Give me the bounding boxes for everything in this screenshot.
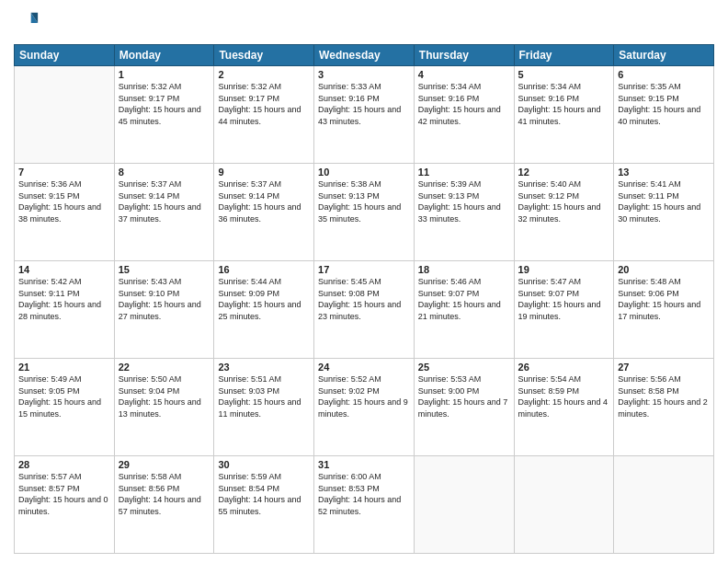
calendar-cell: 20Sunrise: 5:48 AMSunset: 9:06 PMDayligh… [614,261,714,359]
dow-header: Wednesday [314,45,415,66]
calendar-table: SundayMondayTuesdayWednesdayThursdayFrid… [14,44,714,554]
calendar-cell: 24Sunrise: 5:52 AMSunset: 9:02 PMDayligh… [314,359,415,456]
calendar-cell: 3Sunrise: 5:33 AMSunset: 9:16 PMDaylight… [314,66,415,164]
calendar-cell: 14Sunrise: 5:42 AMSunset: 9:11 PMDayligh… [15,261,115,359]
cell-content: Sunrise: 5:50 AMSunset: 9:04 PMDaylight:… [119,373,210,419]
calendar-week-row: 1Sunrise: 5:32 AMSunset: 9:17 PMDaylight… [15,66,714,164]
cell-content: Sunrise: 5:56 AMSunset: 8:58 PMDaylight:… [618,373,710,419]
cell-content: Sunrise: 5:44 AMSunset: 9:09 PMDaylight:… [218,276,310,322]
cell-content: Sunrise: 5:54 AMSunset: 8:59 PMDaylight:… [518,373,610,419]
day-number: 3 [318,69,410,80]
calendar-cell: 16Sunrise: 5:44 AMSunset: 9:09 PMDayligh… [214,261,314,359]
calendar-cell: 5Sunrise: 5:34 AMSunset: 9:16 PMDaylight… [514,66,614,164]
day-number: 10 [318,167,410,178]
cell-content: Sunrise: 5:37 AMSunset: 9:14 PMDaylight:… [119,178,210,224]
cell-content: Sunrise: 5:32 AMSunset: 9:17 PMDaylight:… [218,81,310,127]
dow-header: Saturday [614,45,714,66]
calendar-cell: 9Sunrise: 5:37 AMSunset: 9:14 PMDaylight… [214,164,314,261]
day-number: 1 [119,69,210,80]
day-number: 18 [418,264,510,275]
logo-icon [14,9,40,35]
day-number: 5 [518,69,610,80]
cell-content: Sunrise: 5:59 AMSunset: 8:54 PMDaylight:… [218,471,310,517]
calendar-cell: 2Sunrise: 5:32 AMSunset: 9:17 PMDaylight… [214,66,314,164]
day-number: 24 [318,362,410,373]
calendar-cell: 31Sunrise: 6:00 AMSunset: 8:53 PMDayligh… [314,456,415,554]
logo [14,9,41,37]
calendar-cell: 15Sunrise: 5:43 AMSunset: 9:10 PMDayligh… [114,261,214,359]
cell-content: Sunrise: 5:45 AMSunset: 9:08 PMDaylight:… [318,276,410,322]
cell-content: Sunrise: 5:34 AMSunset: 9:16 PMDaylight:… [418,81,510,127]
dow-header: Sunday [15,45,115,66]
day-number: 20 [618,264,710,275]
day-number: 2 [218,69,310,80]
calendar-cell: 1Sunrise: 5:32 AMSunset: 9:17 PMDaylight… [114,66,214,164]
cell-content: Sunrise: 5:53 AMSunset: 9:00 PMDaylight:… [418,373,510,419]
day-number: 27 [618,362,710,373]
calendar-cell: 19Sunrise: 5:47 AMSunset: 9:07 PMDayligh… [514,261,614,359]
cell-content: Sunrise: 5:39 AMSunset: 9:13 PMDaylight:… [418,178,510,224]
calendar-cell: 27Sunrise: 5:56 AMSunset: 8:58 PMDayligh… [614,359,714,456]
calendar-cell: 30Sunrise: 5:59 AMSunset: 8:54 PMDayligh… [214,456,314,554]
day-number: 7 [18,167,110,178]
calendar-cell: 6Sunrise: 5:35 AMSunset: 9:15 PMDaylight… [614,66,714,164]
cell-content: Sunrise: 5:37 AMSunset: 9:14 PMDaylight:… [218,178,310,224]
calendar-cell: 4Sunrise: 5:34 AMSunset: 9:16 PMDaylight… [414,66,514,164]
calendar-body: 1Sunrise: 5:32 AMSunset: 9:17 PMDaylight… [15,66,714,554]
calendar-cell: 12Sunrise: 5:40 AMSunset: 9:12 PMDayligh… [514,164,614,261]
cell-content: Sunrise: 5:46 AMSunset: 9:07 PMDaylight:… [418,276,510,322]
cell-content: Sunrise: 5:32 AMSunset: 9:17 PMDaylight:… [119,81,210,127]
calendar-cell: 11Sunrise: 5:39 AMSunset: 9:13 PMDayligh… [414,164,514,261]
cell-content: Sunrise: 5:52 AMSunset: 9:02 PMDaylight:… [318,373,410,419]
calendar-cell: 29Sunrise: 5:58 AMSunset: 8:56 PMDayligh… [114,456,214,554]
day-number: 19 [518,264,610,275]
calendar-cell: 10Sunrise: 5:38 AMSunset: 9:13 PMDayligh… [314,164,415,261]
calendar-cell: 18Sunrise: 5:46 AMSunset: 9:07 PMDayligh… [414,261,514,359]
calendar-cell [514,456,614,554]
cell-content: Sunrise: 5:33 AMSunset: 9:16 PMDaylight:… [318,81,410,127]
calendar-cell: 13Sunrise: 5:41 AMSunset: 9:11 PMDayligh… [614,164,714,261]
cell-content: Sunrise: 5:38 AMSunset: 9:13 PMDaylight:… [318,178,410,224]
day-number: 12 [518,167,610,178]
day-number: 26 [518,362,610,373]
day-number: 31 [318,459,410,470]
calendar-cell: 26Sunrise: 5:54 AMSunset: 8:59 PMDayligh… [514,359,614,456]
calendar-cell [614,456,714,554]
header [14,9,714,37]
day-number: 4 [418,69,510,80]
calendar-cell [15,66,115,164]
calendar-cell: 25Sunrise: 5:53 AMSunset: 9:00 PMDayligh… [414,359,514,456]
calendar-cell: 7Sunrise: 5:36 AMSunset: 9:15 PMDaylight… [15,164,115,261]
calendar-cell: 21Sunrise: 5:49 AMSunset: 9:05 PMDayligh… [15,359,115,456]
day-number: 16 [218,264,310,275]
dow-header: Tuesday [214,45,314,66]
cell-content: Sunrise: 5:48 AMSunset: 9:06 PMDaylight:… [618,276,710,322]
day-number: 15 [119,264,210,275]
cell-content: Sunrise: 5:51 AMSunset: 9:03 PMDaylight:… [218,373,310,419]
page: SundayMondayTuesdayWednesdayThursdayFrid… [0,0,728,563]
cell-content: Sunrise: 5:36 AMSunset: 9:15 PMDaylight:… [18,178,110,224]
dow-header: Monday [114,45,214,66]
calendar-week-row: 21Sunrise: 5:49 AMSunset: 9:05 PMDayligh… [15,359,714,456]
day-number: 30 [218,459,310,470]
calendar-cell: 23Sunrise: 5:51 AMSunset: 9:03 PMDayligh… [214,359,314,456]
calendar-cell: 28Sunrise: 5:57 AMSunset: 8:57 PMDayligh… [15,456,115,554]
calendar-cell: 17Sunrise: 5:45 AMSunset: 9:08 PMDayligh… [314,261,415,359]
cell-content: Sunrise: 5:49 AMSunset: 9:05 PMDaylight:… [18,373,110,419]
cell-content: Sunrise: 5:34 AMSunset: 9:16 PMDaylight:… [518,81,610,127]
calendar-week-row: 14Sunrise: 5:42 AMSunset: 9:11 PMDayligh… [15,261,714,359]
calendar-cell: 8Sunrise: 5:37 AMSunset: 9:14 PMDaylight… [114,164,214,261]
day-number: 28 [18,459,110,470]
day-number: 29 [119,459,210,470]
dow-header: Thursday [414,45,514,66]
day-number: 9 [218,167,310,178]
cell-content: Sunrise: 6:00 AMSunset: 8:53 PMDaylight:… [318,471,410,517]
day-number: 22 [119,362,210,373]
day-number: 17 [318,264,410,275]
cell-content: Sunrise: 5:43 AMSunset: 9:10 PMDaylight:… [119,276,210,322]
day-number: 8 [119,167,210,178]
dow-header: Friday [514,45,614,66]
cell-content: Sunrise: 5:47 AMSunset: 9:07 PMDaylight:… [518,276,610,322]
day-number: 21 [18,362,110,373]
calendar-week-row: 7Sunrise: 5:36 AMSunset: 9:15 PMDaylight… [15,164,714,261]
